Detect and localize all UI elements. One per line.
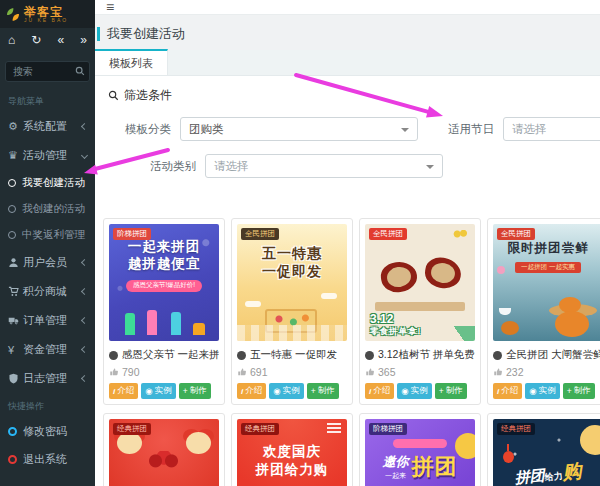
poster-badge: 全民拼团 bbox=[497, 228, 535, 240]
activity-type-select[interactable]: 请选择 bbox=[205, 154, 443, 178]
red-date-snack bbox=[379, 260, 419, 295]
template-card: 阶梯拼团 一起来拼团越拼越便宜 感恩父亲节!爆品好价! 感恩父亲节 一起来拼团 … bbox=[103, 218, 225, 405]
page-title-row: 我要创建活动 bbox=[97, 25, 600, 43]
money-icon: ¥ bbox=[8, 344, 23, 356]
tab-template-list[interactable]: 模板列表 bbox=[95, 49, 168, 75]
banner-pill bbox=[393, 439, 447, 448]
radio-circle-icon bbox=[8, 179, 16, 187]
chevron-left-icon bbox=[81, 375, 88, 382]
cloud-shape bbox=[321, 293, 337, 299]
search-icon[interactable] bbox=[75, 66, 85, 76]
play-icon bbox=[237, 351, 246, 360]
template-card: 经典拼团 拼团给力购 SPELL GROUP bbox=[487, 413, 600, 486]
caret-down-icon bbox=[401, 128, 409, 132]
festival-select[interactable]: 请选择 bbox=[503, 117, 600, 141]
refresh-icon[interactable]: ↻ bbox=[31, 33, 41, 47]
template-poster[interactable]: 全民拼团 限时拼团尝鲜 一起拼团 一起实惠 bbox=[493, 224, 600, 341]
sidebar-item-logout[interactable]: 退出系统 bbox=[0, 445, 95, 473]
template-poster[interactable]: 经典拼团 拼团给力购 SPELL GROUP bbox=[493, 419, 600, 486]
home-icon[interactable]: ⌂ bbox=[8, 33, 15, 47]
sidebar-item-funds-management[interactable]: ¥ 资金管理 bbox=[0, 335, 95, 364]
make-button[interactable]: +制作 bbox=[307, 383, 339, 399]
accent-bar bbox=[97, 27, 100, 41]
cloud-shape bbox=[245, 301, 261, 307]
sidebar-item-user-members[interactable]: 用户会员 bbox=[0, 248, 95, 277]
card-title: 全民拼团 大闸蟹尝鲜季 bbox=[493, 348, 600, 362]
card-actions: i介绍 ◉实例 +制作 bbox=[365, 383, 475, 399]
activity-type-label: 活动类别 bbox=[125, 159, 205, 174]
poster-badge: 全民拼团 bbox=[241, 228, 279, 240]
main-area: ≡ 我要创建活动 模板列表 筛选条件 模板分类 团购类 bbox=[95, 0, 600, 486]
sidebar-item-my-activities[interactable]: 我创建的活动 bbox=[0, 196, 95, 222]
template-category-label: 模板分类 bbox=[125, 122, 180, 137]
chevron-left-icon bbox=[81, 123, 88, 130]
sidebar-item-points-mall[interactable]: 积分商城 bbox=[0, 277, 95, 306]
top-bar: ≡ bbox=[95, 0, 600, 15]
truck-icon bbox=[8, 315, 23, 326]
hamburger-menu-icon[interactable]: ≡ bbox=[106, 0, 114, 14]
sidebar-item-prize-rebate[interactable]: 中奖返利管理 bbox=[0, 222, 95, 248]
make-button[interactable]: +制作 bbox=[563, 383, 595, 399]
template-grid: 阶梯拼团 一起来拼团越拼越便宜 感恩父亲节!爆品好价! 感恩父亲节 一起来拼团 … bbox=[95, 178, 600, 486]
page-title: 我要创建活动 bbox=[107, 25, 185, 43]
example-button[interactable]: ◉实例 bbox=[397, 383, 431, 399]
template-poster[interactable]: 阶梯拼团 一起来拼团越拼越便宜 感恩父亲节!爆品好价! bbox=[109, 224, 219, 341]
template-poster[interactable]: 阶梯拼团 邀你 一起来 拼团 bbox=[365, 419, 475, 486]
thumbs-up-icon bbox=[109, 367, 119, 377]
template-poster[interactable]: 全民拼团 3.12 零食拼单拿! bbox=[365, 224, 475, 341]
shield-icon bbox=[8, 373, 23, 384]
forward-icon[interactable]: » bbox=[80, 33, 87, 47]
eye-icon: ◉ bbox=[273, 386, 280, 396]
like-count: 790 bbox=[109, 366, 219, 378]
make-button[interactable]: +制作 bbox=[435, 383, 467, 399]
red-date-snack bbox=[423, 255, 464, 291]
play-icon bbox=[109, 351, 118, 360]
like-count: 232 bbox=[493, 366, 600, 378]
intro-button[interactable]: i介绍 bbox=[109, 383, 138, 399]
chevron-left-icon bbox=[81, 317, 88, 324]
sidebar-item-order-management[interactable]: 订单管理 bbox=[0, 306, 95, 335]
example-button[interactable]: ◉实例 bbox=[269, 383, 303, 399]
intro-button[interactable]: i介绍 bbox=[365, 383, 394, 399]
template-category-select[interactable]: 团购类 bbox=[180, 117, 418, 141]
sidebar-item-system-config[interactable]: ⚙ 系统配置 bbox=[0, 112, 95, 141]
thumbs-up-icon bbox=[237, 367, 247, 377]
template-card: 全民拼团 五一特惠一促即发 五一特惠 一促即发 691 i介绍 ◉实例 bbox=[231, 218, 353, 405]
example-button[interactable]: ◉实例 bbox=[141, 383, 175, 399]
poster-ribbon: 一起拼团 一起实惠 bbox=[515, 262, 581, 273]
lotus-decoration bbox=[497, 266, 505, 274]
card-actions: i介绍 ◉实例 +制作 bbox=[237, 383, 347, 399]
template-poster[interactable]: 经典拼团 鼠年火拼 bbox=[109, 419, 219, 486]
app-logo: 举客宝 JU KE BAO bbox=[0, 0, 95, 28]
crab-illustration bbox=[555, 311, 589, 337]
intro-button[interactable]: i介绍 bbox=[237, 383, 266, 399]
sidebar-item-change-password[interactable]: 修改密码 bbox=[0, 417, 95, 445]
backward-icon[interactable]: « bbox=[58, 33, 65, 47]
template-poster[interactable]: 经典拼团 欢度国庆拼团给力购 与国同庆 共度国庆 一起来拼 bbox=[237, 419, 347, 486]
make-button[interactable]: +制作 bbox=[179, 383, 211, 399]
card-title: 3.12植树节 拼单免费拿 bbox=[365, 348, 475, 362]
template-card: 全民拼团 限时拼团尝鲜 一起拼团 一起实惠 全民拼团 大闸蟹尝鲜季 232 bbox=[487, 218, 600, 405]
search-icon bbox=[108, 90, 119, 101]
poster-badge: 经典拼团 bbox=[241, 423, 279, 435]
sidebar-item-create-activity[interactable]: 我要创建活动 bbox=[0, 170, 95, 196]
plus-icon: + bbox=[439, 386, 444, 396]
card-title: 感恩父亲节 一起来拼团 bbox=[109, 348, 219, 362]
intro-button[interactable]: i介绍 bbox=[493, 383, 522, 399]
teacup-illustration bbox=[499, 308, 511, 315]
flag-decoration bbox=[327, 423, 341, 433]
card-actions: i介绍 ◉实例 +制作 bbox=[493, 383, 600, 399]
plus-icon: + bbox=[567, 386, 572, 396]
poster-badge: 经典拼团 bbox=[497, 423, 535, 435]
template-poster[interactable]: 全民拼团 五一特惠一促即发 bbox=[237, 224, 347, 341]
sidebar-toolbar: ⌂ ↻ « » bbox=[0, 28, 95, 52]
moon-decoration bbox=[580, 425, 600, 455]
radio-circle-icon bbox=[8, 231, 16, 239]
app-name: 举客宝 bbox=[24, 6, 68, 18]
people-illustration bbox=[109, 309, 219, 335]
poster-badge: 全民拼团 bbox=[369, 228, 407, 240]
example-button[interactable]: ◉实例 bbox=[525, 383, 559, 399]
sidebar-item-log-management[interactable]: 日志管理 bbox=[0, 364, 95, 393]
filter-row-1: 模板分类 团购类 适用节日 请选择 bbox=[95, 117, 600, 141]
sidebar-item-activity-management[interactable]: ♛ 活动管理 bbox=[0, 141, 95, 170]
